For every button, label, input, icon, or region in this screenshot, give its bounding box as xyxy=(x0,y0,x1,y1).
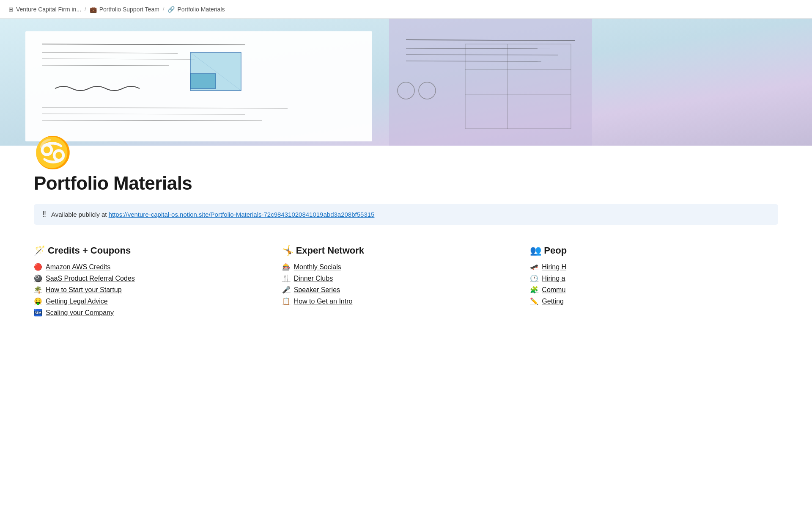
workspace-icon: ⊞ xyxy=(8,6,14,13)
saas-label: SaaS Product Referral Codes xyxy=(46,275,135,282)
breadcrumb-portfolio-materials[interactable]: 🔗 Portfolio Materials xyxy=(166,5,226,14)
community-label: Commu xyxy=(542,286,565,294)
list-item[interactable]: 🛹 Hiring H xyxy=(530,263,761,271)
breadcrumb-portfolio-support[interactable]: 💼 Portfolio Support Team xyxy=(88,5,161,14)
breadcrumb-sep-2: / xyxy=(163,6,165,12)
intro-label: How to Get an Intro xyxy=(294,298,353,305)
svg-rect-12 xyxy=(389,19,592,146)
breadcrumb-portfolio-support-label: Portfolio Support Team xyxy=(99,6,159,13)
page-title: Portfolio Materials xyxy=(34,173,778,194)
people-list: 🛹 Hiring H 🕐 Hiring a 🧩 Commu ✏️ Getting xyxy=(530,263,761,305)
people-icon: 👥 xyxy=(530,245,541,256)
credits-coupons-icon: 🪄 xyxy=(34,245,45,256)
notice-text: Available publicly at https://venture-ca… xyxy=(51,211,374,218)
list-item[interactable]: 🎤 Speaker Series xyxy=(282,286,513,294)
hiring-a-icon: 🕐 xyxy=(530,274,538,282)
list-item[interactable]: 🤑 Getting Legal Advice xyxy=(34,297,265,305)
monthly-socials-icon: 🎰 xyxy=(282,263,291,271)
startup-label: How to Start your Startup xyxy=(46,286,122,294)
list-item[interactable]: 🔴 Amazon AWS Credits xyxy=(34,263,265,271)
list-item[interactable]: 🎰 Monthly Socials xyxy=(282,263,513,271)
dinner-clubs-label: Dinner Clubs xyxy=(294,275,333,282)
list-item[interactable]: 🌴 How to Start your Startup xyxy=(34,286,265,294)
public-notice-banner: ‼️ Available publicly at https://venture… xyxy=(34,204,778,225)
expert-network-icon: 🤸 xyxy=(282,245,294,256)
list-item[interactable]: 🧩 Commu xyxy=(530,286,761,294)
expert-network-title: 🤸 Expert Network xyxy=(282,245,513,256)
list-item[interactable]: 🕐 Hiring a xyxy=(530,274,761,282)
credits-coupons-list: 🔴 Amazon AWS Credits 🎱 SaaS Product Refe… xyxy=(34,263,265,317)
speaker-series-icon: 🎤 xyxy=(282,286,291,294)
notice-icon: ‼️ xyxy=(42,210,46,219)
scaling-label: Scaling your Company xyxy=(46,309,114,317)
monthly-socials-label: Monthly Socials xyxy=(294,263,341,271)
page-icon-container: ♋ xyxy=(0,137,812,168)
list-item[interactable]: 🎱 SaaS Product Referral Codes xyxy=(34,274,265,282)
scaling-icon: 🏧 xyxy=(34,309,42,317)
hero-image xyxy=(0,19,812,146)
main-content: ♋ Portfolio Materials ‼️ Available publi… xyxy=(0,19,812,327)
svg-line-16 xyxy=(406,61,541,61)
breadcrumb-portfolio-materials-label: Portfolio Materials xyxy=(177,6,225,13)
community-icon: 🧩 xyxy=(530,286,538,294)
svg-line-14 xyxy=(406,48,550,49)
breadcrumb-sep-1: / xyxy=(85,6,86,12)
speaker-series-label: Speaker Series xyxy=(294,286,340,294)
breadcrumb-workspace[interactable]: ⊞ Venture Capital Firm in... xyxy=(7,5,83,14)
legal-icon: 🤑 xyxy=(34,297,42,305)
page-icon: ♋ xyxy=(34,137,778,168)
getting-icon: ✏️ xyxy=(530,297,538,305)
breadcrumb-workspace-label: Venture Capital Firm in... xyxy=(16,6,81,13)
credits-coupons-title: 🪄 Credits + Coupons xyxy=(34,245,265,256)
expert-network-list: 🎰 Monthly Socials 🍴 Dinner Clubs 🎤 Speak… xyxy=(282,263,513,305)
saas-icon: 🎱 xyxy=(34,274,42,282)
list-item[interactable]: ✏️ Getting xyxy=(530,297,761,305)
hiring-h-icon: 🛹 xyxy=(530,263,538,271)
portfolio-support-icon: 💼 xyxy=(90,6,97,13)
amazon-icon: 🔴 xyxy=(34,263,42,271)
startup-icon: 🌴 xyxy=(34,286,42,294)
svg-line-15 xyxy=(406,55,558,55)
column-people: 👥 Peop 🛹 Hiring H 🕐 Hiring a 🧩 Commu ✏️ xyxy=(530,245,778,317)
intro-icon: 📋 xyxy=(282,297,291,305)
column-credits-coupons: 🪄 Credits + Coupons 🔴 Amazon AWS Credits… xyxy=(34,245,282,317)
legal-label: Getting Legal Advice xyxy=(46,298,108,305)
hiring-a-label: Hiring a xyxy=(542,275,565,282)
page-title-area: Portfolio Materials xyxy=(0,168,812,194)
amazon-label: Amazon AWS Credits xyxy=(46,263,110,271)
columns-section: 🪄 Credits + Coupons 🔴 Amazon AWS Credits… xyxy=(0,235,812,327)
list-item[interactable]: 🏧 Scaling your Company xyxy=(34,309,265,317)
list-item[interactable]: 📋 How to Get an Intro xyxy=(282,297,513,305)
notice-link[interactable]: https://venture-capital-os.notion.site/P… xyxy=(109,211,375,218)
notice-prefix: Available publicly at xyxy=(51,211,107,218)
svg-rect-7 xyxy=(190,74,216,88)
dinner-clubs-icon: 🍴 xyxy=(282,274,291,282)
hiring-h-label: Hiring H xyxy=(542,263,566,271)
breadcrumb-bar: ⊞ Venture Capital Firm in... / 💼 Portfol… xyxy=(0,0,812,19)
portfolio-materials-icon: 🔗 xyxy=(167,6,175,13)
column-expert-network: 🤸 Expert Network 🎰 Monthly Socials 🍴 Din… xyxy=(282,245,530,317)
list-item[interactable]: 🍴 Dinner Clubs xyxy=(282,274,513,282)
getting-label: Getting xyxy=(542,298,564,305)
people-title: 👥 Peop xyxy=(530,245,761,256)
